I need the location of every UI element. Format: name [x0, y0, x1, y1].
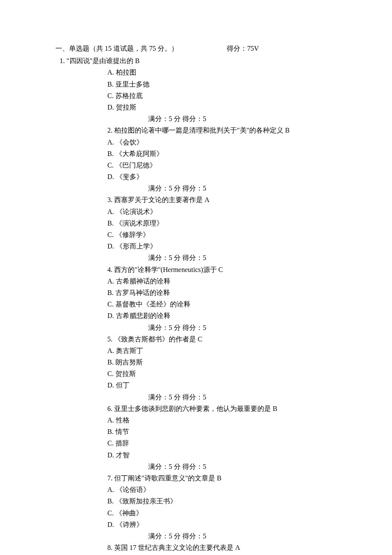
question-7: 7. 但丁阐述"诗歌四重意义"的文章是 B	[107, 472, 337, 484]
option-d: D. 《斐多》	[107, 171, 337, 182]
score-line: 满分：5 分 得分：5	[148, 182, 337, 194]
option-d: D. 古希腊悲剧的诠释	[107, 310, 337, 321]
option-a: A. 《论演说术》	[107, 206, 337, 217]
option-a: A. 奥古斯丁	[107, 345, 337, 356]
score-line: 满分：5 分 得分：5	[148, 530, 337, 542]
question-5: 5. 《致奥古斯都书》的作者是 C	[107, 333, 337, 345]
option-c: C. 《修辞学》	[107, 229, 337, 240]
question-number: 1.	[60, 57, 65, 64]
option-c: C. 措辞	[107, 437, 337, 449]
question-text: "四因说"是由谁提出的 B	[66, 57, 140, 64]
option-c: C. 贺拉斯	[107, 368, 337, 379]
score-line: 满分：5 分 得分：5	[148, 322, 337, 333]
question-6: 6. 亚里士多德谈到悲剧的六种要素，他认为最重要的是 B	[107, 403, 337, 414]
option-c: C. 基督教中《圣经》的诠释	[107, 298, 337, 310]
option-d: D. 贺拉斯	[107, 101, 337, 113]
option-b: B. 《致斯加拉亲王书》	[107, 495, 337, 507]
option-a: A. 古希腊神话的诠释	[107, 275, 337, 287]
score-line: 满分：5 分 得分：5	[148, 461, 337, 472]
score-line: 满分：5 分 得分：5	[148, 252, 337, 263]
option-a: A. 《会饮》	[107, 136, 337, 148]
option-b: B. 古罗马神话的诠释	[107, 287, 337, 298]
question-2: 2. 柏拉图的论著中哪一篇是清理和批判关于"美"的各种定义 B	[107, 124, 337, 136]
option-a: A. 性格	[107, 414, 337, 426]
option-c: C. 《神曲》	[107, 507, 337, 519]
section-title: 一、单选题（共 15 道试题，共 75 分。）	[55, 45, 178, 52]
option-c: C. 《巴门尼德》	[107, 159, 337, 171]
option-a: A. 《论俗语》	[107, 484, 337, 495]
option-b: B. 《大希庇阿斯》	[107, 148, 337, 159]
option-b: B. 朗吉努斯	[107, 356, 337, 368]
question-1: 1. "四因说"是由谁提出的 B	[60, 55, 337, 66]
section-header: 一、单选题（共 15 道试题，共 75 分。） 得分：75V	[55, 43, 337, 54]
option-d: D. 《诗辨》	[107, 519, 337, 530]
section-score: 得分：75V	[227, 45, 259, 52]
option-d: D. 才智	[107, 449, 337, 461]
option-b: B. 亚里士多德	[107, 78, 337, 90]
option-b: B. 《演说术原理》	[107, 217, 337, 229]
question-4: 4. 西方的"诠释学"(Hermeneutics)源于 C	[107, 264, 337, 275]
option-b: B. 情节	[107, 426, 337, 437]
score-line: 满分：5 分 得分：5	[148, 391, 337, 403]
question-3: 3. 西塞罗关于文论的主要著作是 A	[107, 194, 337, 205]
question-8: 8. 英国 17 世纪古典主义文论的主要代表是 A	[107, 542, 337, 553]
option-c: C. 苏格拉底	[107, 90, 337, 101]
option-a: A. 柏拉图	[107, 66, 337, 78]
option-d: D. 但丁	[107, 379, 337, 391]
option-d: D. 《形而上学》	[107, 240, 337, 252]
score-line: 满分：5 分 得分：5	[148, 113, 337, 124]
